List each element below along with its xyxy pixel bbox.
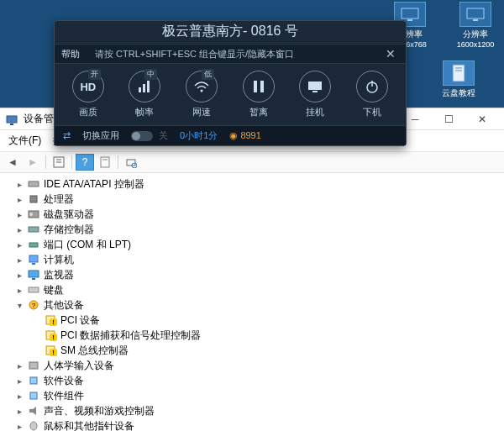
overlay-control-power[interactable]: 下机 xyxy=(356,71,388,118)
tree-item[interactable]: 处理器 xyxy=(2,192,502,207)
toolbar-properties-button[interactable] xyxy=(96,154,114,171)
desktop-icon-label: 分辨率 xyxy=(463,29,488,40)
warn-icon xyxy=(44,329,57,341)
overlay-control-bars[interactable]: 中帧率 xyxy=(129,71,160,118)
expand-arrow-icon[interactable] xyxy=(13,361,25,371)
expand-arrow-icon[interactable] xyxy=(13,301,25,310)
expand-arrow-icon[interactable] xyxy=(13,240,25,250)
desktop-icon-cloud-tutorial[interactable]: 云盘教程 xyxy=(433,60,484,99)
expand-arrow-icon[interactable] xyxy=(13,210,25,219)
svg-rect-33 xyxy=(32,263,35,265)
toolbar-forward-button[interactable]: ► xyxy=(24,154,42,171)
menu-file[interactable]: 文件(F) xyxy=(3,132,46,150)
cpu-icon xyxy=(27,193,40,205)
tree-item[interactable]: 声音、视频和游戏控制器 xyxy=(2,403,502,418)
tree-item[interactable]: SM 总线控制器 xyxy=(2,343,502,358)
storage-icon xyxy=(27,223,40,235)
help-button[interactable]: 帮助 xyxy=(61,48,80,60)
overlay-title: 极云普惠南方- 0816 号 xyxy=(55,21,406,44)
svg-rect-24 xyxy=(127,160,135,166)
pause-icon xyxy=(243,71,275,102)
svg-rect-22 xyxy=(101,157,109,167)
other-icon: ? xyxy=(27,299,40,311)
tree-item-label: 软件组件 xyxy=(44,389,84,403)
sound-icon xyxy=(27,405,40,417)
svg-rect-42 xyxy=(29,362,38,369)
svg-rect-36 xyxy=(29,287,39,292)
tree-item-label: 软件设备 xyxy=(44,374,84,388)
svg-rect-7 xyxy=(139,87,141,92)
control-label: 网速 xyxy=(192,106,211,118)
tree-item[interactable]: 计算机 xyxy=(2,252,502,267)
expand-arrow-icon[interactable] xyxy=(13,422,25,431)
expand-arrow-icon[interactable] xyxy=(13,195,25,204)
expand-arrow-icon[interactable] xyxy=(13,255,25,265)
tree-item[interactable]: 软件组件 xyxy=(2,388,502,403)
expand-arrow-icon[interactable] xyxy=(13,392,25,401)
svg-rect-1 xyxy=(407,19,412,21)
tree-item[interactable]: PCI 设备 xyxy=(2,313,502,328)
tree-item-label: 磁盘驱动器 xyxy=(44,208,94,222)
overlay-help-text: 请按 CTRL+SHIFT+ESC 组合键显示/隐藏本窗口 xyxy=(95,48,294,60)
switch-app-button[interactable]: 切换应用 xyxy=(82,129,119,142)
screen-icon xyxy=(299,71,331,102)
expand-arrow-icon[interactable] xyxy=(13,286,25,295)
tree-item[interactable]: 软件设备 xyxy=(2,373,502,388)
badge: 中 xyxy=(144,69,157,80)
tree-item-label: 计算机 xyxy=(44,253,74,267)
desktop-icon-label: 云盘教程 xyxy=(442,87,475,99)
expand-arrow-icon[interactable] xyxy=(13,225,25,234)
svg-rect-11 xyxy=(254,81,257,92)
toggle-off-label: 关 xyxy=(159,130,168,140)
tree-item-label: 处理器 xyxy=(44,192,74,207)
window-maximize-button[interactable]: ☐ xyxy=(432,109,465,129)
tree-item[interactable]: IDE ATA/ATAPI 控制器 xyxy=(2,176,502,192)
svg-rect-8 xyxy=(143,84,145,92)
toolbar-scan-button[interactable] xyxy=(122,154,140,171)
tree-item-label: 其他设备 xyxy=(44,298,84,313)
svg-point-46 xyxy=(30,422,37,430)
overlay-control-pause[interactable]: 暂离 xyxy=(243,71,275,118)
tree-item[interactable]: 存储控制器 xyxy=(2,222,502,237)
toggle-switch[interactable] xyxy=(131,131,153,141)
tree-item[interactable]: 人体学输入设备 xyxy=(2,358,502,373)
tree-item-label: 声音、视频和游戏控制器 xyxy=(44,404,155,418)
tree-item[interactable]: 磁盘驱动器 xyxy=(2,207,502,222)
svg-rect-44 xyxy=(30,392,37,399)
svg-rect-40 xyxy=(46,331,55,339)
window-close-button[interactable]: ✕ xyxy=(465,109,499,129)
expand-arrow-icon[interactable] xyxy=(13,271,25,280)
svg-point-29 xyxy=(29,213,33,216)
device-manager-window: 设备管理器 ─ ☐ ✕ 文件(F) 操作(A) 查看(V) 帮助(H) ◄ ► … xyxy=(0,108,504,431)
tree-item[interactable]: ?其他设备 xyxy=(2,297,502,313)
tree-item-label: 监视器 xyxy=(44,268,74,282)
overlay-control-wifi[interactable]: 低网速 xyxy=(186,71,218,118)
monitor-icon xyxy=(27,269,40,281)
tree-item[interactable]: 监视器 xyxy=(2,267,502,282)
tree-item[interactable]: 键盘 xyxy=(2,282,502,297)
expand-arrow-icon[interactable] xyxy=(13,376,25,386)
toolbar-help-button[interactable]: ? xyxy=(76,154,94,171)
desktop-icon-sublabel: 1600x1200 xyxy=(457,40,495,49)
svg-rect-27 xyxy=(30,196,37,202)
device-tree[interactable]: IDE ATA/ATAPI 控制器处理器磁盘驱动器存储控制器端口 (COM 和 … xyxy=(0,173,504,431)
svg-rect-43 xyxy=(30,377,37,384)
toolbar-tree-button[interactable] xyxy=(50,154,68,171)
close-icon[interactable]: ✕ xyxy=(382,47,399,60)
overlay-control-hd[interactable]: 开HD画质 xyxy=(72,71,104,118)
svg-rect-39 xyxy=(46,316,55,324)
control-label: 帧率 xyxy=(135,106,154,118)
toolbar-back-button[interactable]: ◄ xyxy=(3,154,22,171)
tree-item[interactable]: PCI 数据捕获和信号处理控制器 xyxy=(2,328,502,343)
svg-text:?: ? xyxy=(32,302,36,309)
tree-item[interactable]: 端口 (COM 和 LPT) xyxy=(2,237,502,252)
tree-item[interactable]: 鼠标和其他指针设备 xyxy=(2,418,502,431)
svg-rect-41 xyxy=(46,346,55,355)
desktop-icon-resolution-2[interactable]: 分辨率 1600x1200 xyxy=(450,2,501,49)
svg-point-10 xyxy=(201,90,203,92)
overlay-control-screen[interactable]: 挂机 xyxy=(299,71,331,118)
expand-arrow-icon[interactable] xyxy=(13,407,25,416)
control-label: 暂离 xyxy=(249,106,268,118)
mouse-icon xyxy=(27,420,40,431)
expand-arrow-icon[interactable] xyxy=(13,180,25,189)
